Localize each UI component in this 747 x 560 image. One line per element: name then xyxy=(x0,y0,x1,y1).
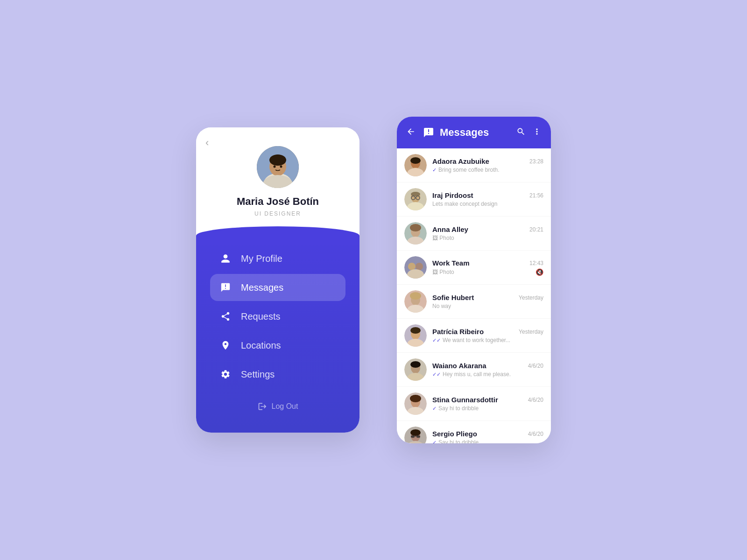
avatar xyxy=(404,256,427,279)
conversation-item[interactable]: Work Team 12:43 🖼 Photo 🔇 xyxy=(397,251,551,285)
conversation-item[interactable]: Sergio Pliego 4/6/20 ✓ Say hi to dribble xyxy=(397,421,551,443)
read-status: ✓✓ xyxy=(432,337,441,343)
contact-name: Anna Alley xyxy=(432,225,468,233)
svg-point-20 xyxy=(411,192,420,196)
read-status: ✓ xyxy=(432,440,437,444)
chat-icon xyxy=(219,281,232,294)
sidebar-item-messages[interactable]: Messages xyxy=(210,274,345,301)
profile-name: Maria José Botín xyxy=(237,196,319,208)
message-content: Patrícia Ribeiro Yesterday ✓✓ We want to… xyxy=(432,328,543,343)
svg-point-28 xyxy=(410,224,421,231)
message-time: 21:56 xyxy=(529,192,543,199)
svg-point-10 xyxy=(280,166,282,168)
contact-name: Sofie Hubert xyxy=(432,294,474,301)
gear-icon xyxy=(219,368,232,380)
contact-name: Work Team xyxy=(432,259,469,267)
more-options-button[interactable] xyxy=(532,127,542,139)
messages-title: Messages xyxy=(440,126,512,139)
avatar xyxy=(404,290,427,313)
message-content: Work Team 12:43 🖼 Photo 🔇 xyxy=(432,259,543,276)
read-status: ✓ xyxy=(432,167,437,173)
avatar-image xyxy=(257,146,299,188)
back-button[interactable]: ‹ xyxy=(205,137,209,149)
conversation-item[interactable]: Iraj Pirdoost 21:56 Lets make concept de… xyxy=(397,182,551,217)
sidebar-item-messages-label: Messages xyxy=(241,282,283,293)
contact-name: Patrícia Ribeiro xyxy=(432,328,484,336)
avatar xyxy=(404,222,427,245)
conversation-item[interactable]: Anna Alley 20:21 🖼 Photo xyxy=(397,217,551,251)
message-preview: No way xyxy=(432,303,543,309)
profile-title: UI DESIGNER xyxy=(254,210,301,217)
read-status: ✓✓ xyxy=(432,371,441,378)
location-icon xyxy=(219,339,232,351)
conversation-item[interactable]: Patrícia Ribeiro Yesterday ✓✓ We want to… xyxy=(397,319,551,353)
message-content: Adaora Azubuike 23:28 ✓ Bring some coffe… xyxy=(432,157,543,173)
profile-section: ‹ xyxy=(196,127,359,236)
avatar xyxy=(257,146,299,188)
message-preview: 🖼 Photo xyxy=(432,269,534,275)
svg-point-32 xyxy=(408,263,416,270)
message-time: 20:21 xyxy=(529,226,543,233)
avatar xyxy=(404,324,427,347)
message-preview: Say hi to dribble xyxy=(438,439,543,443)
conversation-item[interactable]: Adaora Azubuike 23:28 ✓ Bring some coffe… xyxy=(397,148,551,182)
avatar xyxy=(404,427,427,443)
message-preview: Bring some coffee broth. xyxy=(438,167,543,173)
contact-name: Adaora Azubuike xyxy=(432,157,489,165)
messages-header-icon xyxy=(422,126,435,139)
message-preview: Hey miss u, call me please. xyxy=(443,371,543,378)
sidebar-item-requests[interactable]: Requests xyxy=(210,303,345,330)
svg-point-37 xyxy=(410,292,421,300)
share-icon xyxy=(219,310,232,322)
message-time: 23:28 xyxy=(529,158,543,165)
messages-list: Adaora Azubuike 23:28 ✓ Bring some coffe… xyxy=(397,148,551,443)
svg-point-47 xyxy=(410,361,421,368)
svg-point-33 xyxy=(416,263,423,270)
sidebar-item-locations[interactable]: Locations xyxy=(210,332,345,359)
message-content: Waiano Akarana 4/6/20 ✓✓ Hey miss u, cal… xyxy=(432,362,543,378)
svg-point-57 xyxy=(410,429,421,436)
message-time: Yesterday xyxy=(519,329,543,335)
svg-rect-8 xyxy=(271,177,285,186)
svg-point-6 xyxy=(270,155,285,163)
sidebar-item-settings[interactable]: Settings xyxy=(210,361,345,388)
svg-point-14 xyxy=(410,157,421,164)
logout-label: Log Out xyxy=(272,402,298,411)
message-content: Stina Gunnarsdottir 4/6/20 ✓ Say hi to d… xyxy=(432,396,543,412)
left-panel: ‹ xyxy=(196,127,359,433)
svg-rect-61 xyxy=(416,435,420,438)
muted-icon: 🔇 xyxy=(536,268,543,276)
message-content: Sofie Hubert Yesterday No way xyxy=(432,294,543,309)
logout-button[interactable]: Log Out xyxy=(210,394,345,419)
svg-point-9 xyxy=(274,166,276,168)
avatar xyxy=(404,392,427,415)
svg-rect-60 xyxy=(411,435,415,438)
message-preview: Lets make concept design xyxy=(432,201,543,207)
message-time: 4/6/20 xyxy=(528,431,543,437)
message-content: Iraj Pirdoost 21:56 Lets make concept de… xyxy=(432,191,543,207)
conversation-item[interactable]: Sofie Hubert Yesterday No way xyxy=(397,285,551,319)
contact-name: Iraj Pirdoost xyxy=(432,191,473,199)
message-content: Anna Alley 20:21 🖼 Photo xyxy=(432,225,543,241)
sidebar-item-my-profile-label: My Profile xyxy=(241,253,282,264)
sidebar-item-my-profile[interactable]: My Profile xyxy=(210,245,345,272)
logout-icon xyxy=(258,402,267,411)
contact-name: Waiano Akarana xyxy=(432,362,486,370)
message-content: Sergio Pliego 4/6/20 ✓ Say hi to dribble xyxy=(432,430,543,443)
right-panel: Messages xyxy=(397,117,551,443)
header-back-button[interactable] xyxy=(406,127,416,139)
avatar xyxy=(404,358,427,381)
svg-point-52 xyxy=(410,395,421,402)
message-time: 4/6/20 xyxy=(528,397,543,403)
svg-point-42 xyxy=(410,327,421,334)
conversation-item[interactable]: Waiano Akarana 4/6/20 ✓✓ Hey miss u, cal… xyxy=(397,353,551,387)
message-time: 12:43 xyxy=(529,260,543,266)
conversation-item[interactable]: Stina Gunnarsdottir 4/6/20 ✓ Say hi to d… xyxy=(397,387,551,421)
search-button[interactable] xyxy=(516,127,526,139)
sidebar-item-settings-label: Settings xyxy=(241,369,275,380)
avatar xyxy=(404,154,427,176)
message-time: Yesterday xyxy=(519,294,543,301)
header-actions xyxy=(516,127,542,139)
read-status: ✓ xyxy=(432,406,437,412)
messages-header: Messages xyxy=(397,117,551,148)
